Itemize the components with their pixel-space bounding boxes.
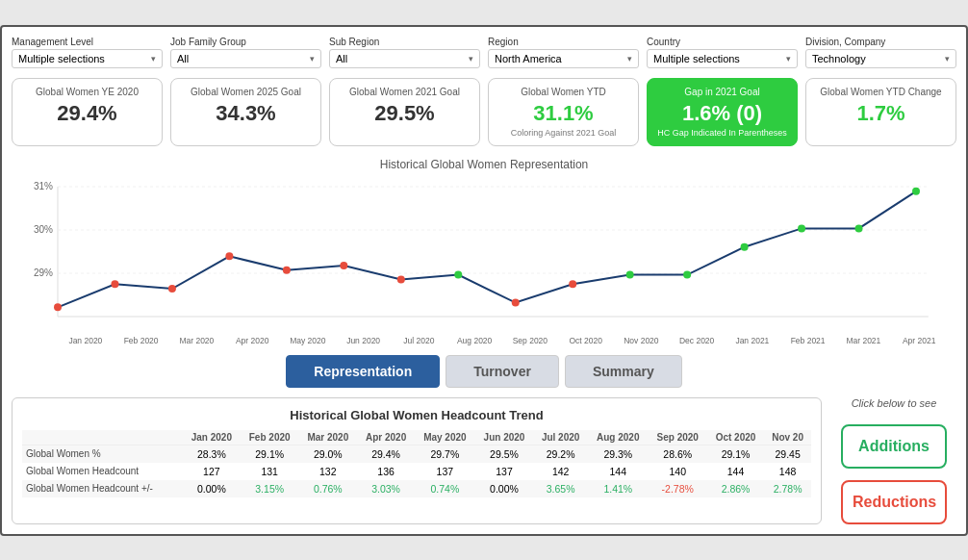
- row-label-1: Global Women Headcount: [22, 463, 183, 480]
- filter-group-4: Country Multiple selections ▾: [647, 37, 798, 68]
- table-row: Global Women Headcount127131132136137137…: [22, 463, 811, 480]
- table-row: Global Women Headcount +/-0.00%3.15%0.76…: [22, 480, 811, 497]
- kpi-value-0: 29.4%: [22, 101, 152, 126]
- cell-0-5: 29.5%: [475, 445, 534, 463]
- filter-group-0: Management Level Multiple selections ▾: [12, 37, 163, 68]
- kpi-value-2: 29.5%: [340, 101, 470, 126]
- kpi-card-3: Global Women YTD 31.1% Coloring Against …: [488, 78, 639, 146]
- svg-text:29%: 29%: [34, 267, 53, 278]
- line-chart: 31% 30% 29%: [21, 177, 947, 345]
- kpi-value-4: 1.6% (0): [657, 101, 787, 126]
- filter-select-3[interactable]: North America ▾: [488, 49, 639, 68]
- kpi-title-2: Global Women 2021 Goal: [340, 87, 470, 97]
- filter-label-2: Sub Region: [329, 37, 480, 47]
- cell-1-5: 137: [475, 463, 534, 480]
- cell-1-3: 136: [357, 463, 415, 480]
- filter-select-5[interactable]: Technology ▾: [805, 49, 956, 68]
- svg-text:30%: 30%: [34, 224, 53, 235]
- cell-1-9: 144: [707, 463, 764, 480]
- kpi-card-4: Gap in 2021 Goal 1.6% (0) HC Gap Indicat…: [647, 78, 798, 146]
- cell-0-9: 29.1%: [707, 445, 764, 463]
- chevron-down-icon: ▾: [310, 54, 315, 64]
- chart-dot-0: [54, 303, 62, 311]
- tab-row: RepresentationTurnoverSummary: [12, 355, 956, 388]
- line-path: [58, 191, 916, 307]
- chart-dot-15: [912, 187, 920, 194]
- chart-dot-5: [340, 261, 347, 268]
- filter-value-0: Multiple selections: [18, 53, 105, 64]
- filter-value-4: Multiple selections: [653, 53, 740, 64]
- kpi-card-0: Global Women YE 2020 29.4%: [12, 78, 163, 146]
- cell-1-4: 137: [415, 463, 475, 480]
- cell-1-6: 142: [533, 463, 588, 480]
- tab-representation[interactable]: Representation: [286, 355, 440, 388]
- cell-1-8: 140: [649, 463, 707, 480]
- cell-0-4: 29.7%: [415, 445, 475, 463]
- col-header-9: Oct 2020: [707, 430, 764, 445]
- col-header-2: Mar 2020: [298, 430, 357, 445]
- cell-2-6: 3.65%: [533, 480, 588, 497]
- filter-value-3: North America: [495, 53, 562, 64]
- dashboard: Management Level Multiple selections ▾ J…: [0, 25, 968, 536]
- chart-dot-10: [626, 270, 634, 278]
- chart-title: Historical Global Women Representation: [12, 158, 956, 171]
- kpi-value-5: 1.7%: [816, 101, 946, 126]
- col-header-4: May 2020: [415, 430, 475, 445]
- click-below-label: Click below to see: [852, 397, 937, 409]
- filter-select-4[interactable]: Multiple selections ▾: [647, 49, 798, 68]
- chart-dot-12: [741, 242, 749, 250]
- col-header-5: Jun 2020: [475, 430, 534, 445]
- chart-dot-3: [225, 252, 233, 260]
- cell-0-8: 28.6%: [649, 445, 707, 463]
- filter-label-3: Region: [488, 37, 639, 47]
- filter-select-0[interactable]: Multiple selections ▾: [12, 49, 163, 68]
- cell-2-2: 0.76%: [298, 480, 357, 497]
- cell-2-10: 2.78%: [764, 480, 811, 497]
- chart-dot-9: [569, 280, 576, 288]
- kpi-card-1: Global Women 2025 Goal 34.3%: [170, 78, 321, 146]
- kpi-title-1: Global Women 2025 Goal: [181, 87, 311, 97]
- kpi-row: Global Women YE 2020 29.4% Global Women …: [12, 78, 956, 146]
- cell-2-5: 0.00%: [475, 480, 534, 497]
- table-wrapper[interactable]: Jan 2020Feb 2020Mar 2020Apr 2020May 2020…: [22, 430, 811, 497]
- col-header-6: Jul 2020: [533, 430, 588, 445]
- additions-button[interactable]: Additions: [841, 424, 947, 469]
- chevron-down-icon: ▾: [786, 54, 791, 64]
- filter-select-2[interactable]: All ▾: [329, 49, 480, 68]
- svg-text:31%: 31%: [34, 181, 53, 191]
- cell-1-7: 144: [588, 463, 649, 480]
- cell-0-7: 29.3%: [588, 445, 649, 463]
- tab-summary[interactable]: Summary: [565, 355, 682, 388]
- filter-group-2: Sub Region All ▾: [329, 37, 480, 68]
- table-section: Historical Global Women Headcount Trend …: [12, 397, 822, 524]
- reductions-button[interactable]: Reductions: [841, 480, 947, 524]
- kpi-card-2: Global Women 2021 Goal 29.5%: [329, 78, 480, 146]
- filter-group-5: Division, Company Technology ▾: [805, 37, 956, 68]
- col-header-1: Feb 2020: [241, 430, 299, 445]
- filter-group-1: Job Family Group All ▾: [170, 37, 321, 68]
- filter-value-1: All: [177, 53, 189, 64]
- chart-dot-4: [283, 266, 291, 273]
- cell-0-3: 29.4%: [357, 445, 415, 463]
- chart-dot-8: [512, 298, 520, 306]
- col-header-10: Nov 20: [764, 430, 811, 445]
- filter-label-0: Management Level: [12, 37, 163, 47]
- chart-dot-6: [397, 275, 405, 283]
- cell-2-0: 0.00%: [183, 480, 241, 497]
- chart-section: Historical Global Women Representation 3…: [12, 158, 956, 345]
- cell-2-1: 3.15%: [241, 480, 299, 497]
- kpi-title-4: Gap in 2021 Goal: [657, 87, 787, 97]
- cell-0-6: 29.2%: [533, 445, 588, 463]
- bottom-row: Historical Global Women Headcount Trend …: [12, 397, 956, 524]
- cell-2-7: 1.41%: [588, 480, 649, 497]
- chevron-down-icon: ▾: [627, 54, 632, 64]
- row-label-0: Global Women %: [22, 445, 183, 463]
- kpi-title-5: Global Women YTD Change: [816, 87, 946, 97]
- filter-select-1[interactable]: All ▾: [170, 49, 321, 68]
- filter-value-5: Technology: [812, 53, 866, 64]
- tab-turnover[interactable]: Turnover: [446, 355, 559, 388]
- chevron-down-icon: ▾: [469, 54, 473, 64]
- kpi-sub-3: Coloring Against 2021 Goal: [498, 128, 628, 138]
- table-title: Historical Global Women Headcount Trend: [22, 408, 811, 422]
- kpi-sub-4: HC Gap Indicated In Parentheses: [657, 128, 787, 138]
